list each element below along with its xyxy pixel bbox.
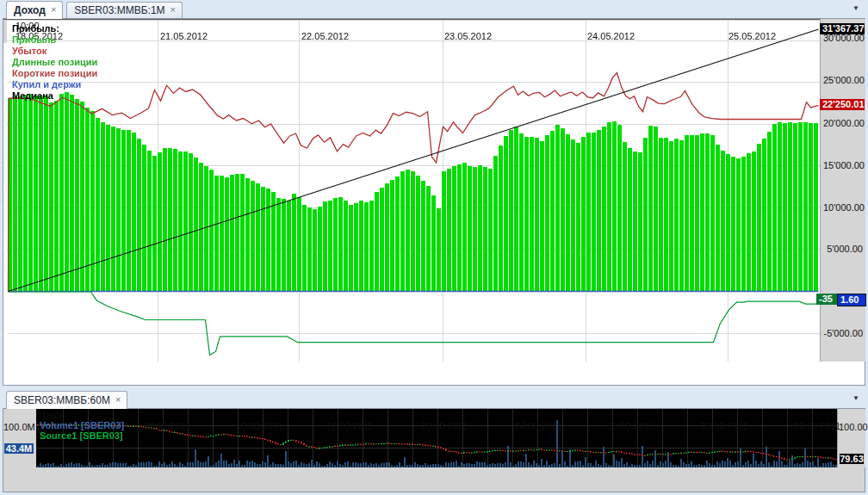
- date-tick-label: 24.08.2011: [515, 421, 561, 431]
- date-tick-label: 08.08.2011: [236, 421, 282, 431]
- legend-item-короткие-позиции: Короткие позиции: [12, 68, 97, 79]
- volume-axis-top-label: 100.0M: [3, 422, 34, 432]
- profit-chart-area: Прибыль: ПрибыльУбытокДлинные позицииКор…: [3, 18, 865, 386]
- price-tick-label: -5'000.00: [823, 328, 863, 338]
- legend-item-длинные-позиции: Длинные позиции: [12, 57, 97, 68]
- date-tick-label: 30.08.2011: [607, 421, 654, 431]
- price-axis-top-label: 100.00: [839, 422, 863, 432]
- date-tick-label: 25.05.2012: [728, 31, 776, 41]
- price-tick-label: 15'000.00: [823, 160, 863, 170]
- source-series-label: Source1 [SBER03]: [40, 430, 123, 441]
- close-icon[interactable]: ×: [51, 5, 56, 15]
- loss-last-value-label: 22'250.01: [820, 99, 865, 110]
- date-tick-label: 23.05.2012: [444, 31, 492, 41]
- date-tick-label: 05.09.2011: [701, 421, 747, 431]
- tab-income[interactable]: Доход ×: [6, 1, 63, 19]
- date-tick-label: 22.05.2012: [301, 31, 349, 41]
- date-tick-label: 12.08.2011: [326, 421, 373, 431]
- chevron-down-icon[interactable]: ▼: [852, 395, 859, 402]
- legend-item-убыток: Убыток: [12, 46, 97, 57]
- profit-report-panel: Доход × SBER03:ММВБ:1M × ▼ Прибыль: Приб…: [2, 2, 866, 386]
- date-tick-label: 09.09.2011: [794, 421, 840, 431]
- volume-series-label: Volume1 [SBER03]: [40, 420, 124, 430]
- price-tick-label: 5'000.00: [823, 244, 863, 254]
- tab-sber03-1m[interactable]: SBER03:ММВБ:1M ×: [66, 2, 183, 18]
- candle-chart-area: 100.0M 43.4M Volume1 [SBER03] Source1 [S…: [3, 408, 865, 492]
- date-tick-label: 24.05.2012: [587, 31, 635, 41]
- price-tick-label: 25'000.00: [823, 75, 863, 85]
- date-tick-label: 21.05.2012: [160, 31, 208, 41]
- buy-and-hold-last-value-label: 1.60: [837, 294, 866, 306]
- legend-item-медиана: Медиана: [12, 90, 97, 102]
- sber03-60m-panel: SBER03:ММВБ:60M × ▼ 100.0M 43.4M Volume1…: [2, 392, 866, 492]
- chevron-down-icon[interactable]: ▼: [852, 5, 859, 12]
- chart-legend: Прибыль: ПрибыльУбытокДлинные позицииКор…: [12, 23, 97, 102]
- current-volume-label: 43.4M: [4, 443, 34, 454]
- trading-workspace: { "page": {"bg": "#dde8f5"}, "top_panel"…: [0, 0, 868, 495]
- median-last-value-label: 31'367.37: [820, 23, 865, 34]
- tab-sber03-60m[interactable]: SBER03:ММВБ:60M ×: [6, 391, 127, 409]
- date-tick-label: 02.08.2011: [144, 421, 190, 431]
- volume-axis[interactable]: 100.0M: [3, 409, 36, 467]
- price-tick-label: 10'000.00: [823, 202, 863, 213]
- last-price-label: 79.63: [840, 454, 864, 464]
- date-tick-label: 18.08.2011: [421, 421, 468, 431]
- candle-chart-canvas[interactable]: [36, 409, 837, 467]
- profit-chart-canvas[interactable]: [7, 21, 820, 362]
- legend-title: Прибыль:: [12, 23, 97, 34]
- close-icon[interactable]: ×: [115, 395, 121, 405]
- legend-item-купил-и-держи: Купил и держи: [12, 79, 97, 90]
- tab-sber03-60m-label: SBER03:ММВБ:60M: [14, 394, 110, 406]
- tab-income-label: Доход: [14, 4, 46, 16]
- tab-sber03-1m-label: SBER03:ММВБ:1M: [74, 4, 164, 16]
- price-tick-label: 20'000.00: [823, 118, 863, 128]
- close-icon[interactable]: ×: [170, 5, 176, 15]
- bottom-tabbar: SBER03:ММВБ:60M × ▼: [3, 392, 865, 408]
- top-tabbar: Доход × SBER03:ММВБ:1M × ▼: [3, 2, 865, 18]
- long-positions-last-value-label: -35: [816, 294, 840, 305]
- legend-item-прибыль: Прибыль: [12, 34, 97, 46]
- price-axis[interactable]: 30'000.0025'000.0020'000.0015'000.0010'0…: [820, 19, 865, 362]
